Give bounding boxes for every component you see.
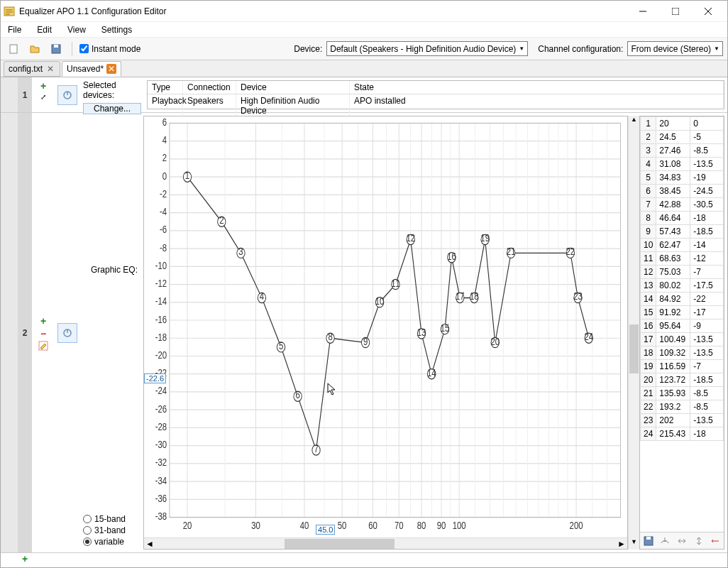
table-row[interactable]: 327.46-8.5 xyxy=(641,144,724,158)
tab-unsaved[interactable]: Unsaved* ✕ xyxy=(62,61,121,77)
menu-settings[interactable]: Settings xyxy=(99,23,135,36)
band-31-radio[interactable]: 31-band xyxy=(83,525,138,535)
window-title: Equalizer APO 1.1 Configuration Editor xyxy=(19,6,627,16)
menu-file[interactable]: File xyxy=(5,23,24,36)
band-variable-radio[interactable]: variable xyxy=(83,537,138,547)
svg-text:-2: -2 xyxy=(160,188,167,200)
table-row[interactable]: 18109.32-13.5 xyxy=(641,346,724,360)
svg-text:80: 80 xyxy=(417,520,426,532)
table-row[interactable]: 431.08-13.5 xyxy=(641,158,724,171)
svg-text:2: 2 xyxy=(162,152,167,164)
table-row[interactable]: 638.45-24.5 xyxy=(641,185,724,198)
svg-text:2: 2 xyxy=(219,214,224,226)
col-state: State xyxy=(350,81,724,94)
svg-text:15: 15 xyxy=(441,322,450,334)
channel-label: Channel configuration: xyxy=(538,44,623,54)
table-row[interactable]: 742.88-30.5 xyxy=(641,198,724,212)
band-15-radio[interactable]: 15-band xyxy=(83,514,138,524)
table-row[interactable]: 224.5-5 xyxy=(641,131,724,144)
svg-rect-4 xyxy=(54,45,58,48)
table-row[interactable]: 1275.03-7 xyxy=(641,266,724,279)
table-row[interactable]: 17100.49-13.5 xyxy=(641,333,724,346)
table-row[interactable]: 1591.92-17 xyxy=(641,306,724,320)
col-type: Type xyxy=(148,81,183,94)
svg-text:-32: -32 xyxy=(155,457,167,469)
svg-text:-28: -28 xyxy=(155,421,167,433)
flip-v-icon[interactable] xyxy=(693,535,705,547)
power-button[interactable] xyxy=(57,323,77,343)
svg-rect-2 xyxy=(10,45,17,53)
minimize-button[interactable] xyxy=(627,1,659,22)
table-row[interactable]: 846.64-18 xyxy=(641,212,724,225)
flip-h-icon[interactable] xyxy=(675,535,688,547)
y-input[interactable]: -22.6 xyxy=(144,373,166,383)
svg-text:13: 13 xyxy=(417,327,426,339)
tab-label: Unsaved* xyxy=(67,64,104,74)
svg-text:4: 4 xyxy=(260,290,264,302)
menu-view[interactable]: View xyxy=(65,23,89,36)
new-file-icon[interactable] xyxy=(5,40,22,58)
scroll-left-icon[interactable]: ◄ xyxy=(144,539,155,549)
horizontal-scrollbar[interactable]: ◄ ► xyxy=(144,537,627,549)
add-icon[interactable]: + xyxy=(40,80,46,92)
col-connection: Connection xyxy=(183,81,236,94)
table-row[interactable]: 1200 xyxy=(641,117,724,131)
expand-icon[interactable]: ⤢ xyxy=(40,93,46,101)
svg-text:-8: -8 xyxy=(160,241,167,253)
edit-icon[interactable] xyxy=(38,341,48,353)
tab-config[interactable]: config.txt ✕ xyxy=(4,61,60,77)
x-input[interactable]: 45.0 xyxy=(316,525,335,535)
scroll-up-icon[interactable]: ▲ xyxy=(629,116,639,127)
close-icon[interactable]: ✕ xyxy=(45,64,55,74)
table-row[interactable]: 957.43-18.5 xyxy=(641,225,724,239)
close-icon[interactable]: ✕ xyxy=(106,64,116,74)
open-file-icon[interactable] xyxy=(26,40,43,58)
add-row-icon[interactable]: + xyxy=(22,553,28,564)
table-row[interactable]: 1380.02-17.5 xyxy=(641,279,724,293)
svg-text:100: 100 xyxy=(453,520,466,532)
table-row[interactable]: 24215.43-18 xyxy=(641,427,724,441)
table-row[interactable]: 1484.92-22 xyxy=(641,293,724,306)
table-row[interactable]: 1062.47-14 xyxy=(641,239,724,252)
table-row[interactable]: 1168.63-12 xyxy=(641,252,724,266)
channel-combo[interactable]: From device (Stereo) ▼ xyxy=(627,41,723,56)
add-icon[interactable]: + xyxy=(40,315,46,327)
selected-devices-label: Selected devices: xyxy=(83,80,141,100)
remove-icon[interactable]: − xyxy=(40,328,46,339)
device-combo[interactable]: Default (Speakers - High Definition Audi… xyxy=(326,41,528,56)
scroll-down-icon[interactable]: ▼ xyxy=(629,538,639,550)
maximize-button[interactable] xyxy=(659,1,692,22)
vertical-scrollbar[interactable]: ▲ ▼ xyxy=(628,116,639,550)
svg-text:50: 50 xyxy=(338,520,347,532)
close-button[interactable] xyxy=(692,1,724,22)
svg-text:40: 40 xyxy=(300,520,309,532)
table-row[interactable]: 1695.64-9 xyxy=(641,320,724,333)
svg-text:-24: -24 xyxy=(155,385,167,397)
svg-text:-26: -26 xyxy=(155,403,167,415)
scroll-right-icon[interactable]: ► xyxy=(616,539,627,549)
svg-text:18: 18 xyxy=(470,290,479,302)
table-row[interactable]: 22193.2-8.5 xyxy=(641,400,724,414)
svg-text:21: 21 xyxy=(507,246,516,258)
table-row[interactable]: 20123.72-18.5 xyxy=(641,373,724,387)
instant-mode-check[interactable]: Instant mode xyxy=(79,44,140,54)
svg-text:23: 23 xyxy=(573,290,583,302)
save-file-icon[interactable] xyxy=(48,40,65,58)
instant-mode-checkbox[interactable] xyxy=(79,44,89,53)
table-row[interactable]: 19116.59-7 xyxy=(641,360,724,373)
menu-edit[interactable]: Edit xyxy=(34,23,55,36)
table-row[interactable]: 21135.93-8.5 xyxy=(641,387,724,400)
instant-mode-label: Instant mode xyxy=(92,44,140,54)
svg-rect-1 xyxy=(672,8,679,15)
svg-text:-14: -14 xyxy=(155,295,167,307)
eq-chart[interactable]: 6420-2-4-6-8-10-12-14-16-18-20-22-24-26-… xyxy=(143,116,628,550)
table-row[interactable]: 534.83-19 xyxy=(641,171,724,185)
save-icon[interactable] xyxy=(642,535,655,547)
table-row[interactable]: 23202-13.5 xyxy=(641,414,724,427)
toolbar: Instant mode Device: Default (Speakers -… xyxy=(1,38,727,60)
svg-text:6: 6 xyxy=(295,389,299,401)
power-button[interactable] xyxy=(57,85,77,105)
reset-icon[interactable] xyxy=(709,535,722,547)
svg-text:-10: -10 xyxy=(155,260,167,272)
import-icon[interactable] xyxy=(658,535,671,547)
